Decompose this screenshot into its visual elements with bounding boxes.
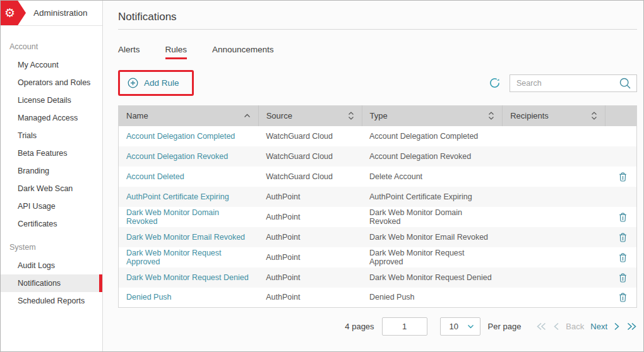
rule-name-link[interactable]: Dark Web Monitor Email Revoked: [126, 233, 245, 242]
cell-actions: [605, 167, 636, 187]
column-header-actions: [605, 106, 636, 126]
refresh-icon: [488, 76, 501, 90]
cell-recipients: [503, 167, 605, 187]
cell-type: AuthPoint Certificate Expiring: [362, 187, 503, 207]
column-header-source[interactable]: Source: [258, 106, 362, 126]
table-row: Dark Web Monitor Request Approved AuthPo…: [119, 247, 637, 267]
plus-circle-icon: [128, 78, 138, 88]
table-row: Account Deleted WatchGuard Cloud Delete …: [119, 167, 637, 187]
page-number-input[interactable]: [382, 317, 427, 336]
table-row: Dark Web Monitor Email Revoked AuthPoint…: [119, 227, 637, 247]
cell-type: Delete Account: [362, 167, 503, 187]
cell-actions: [605, 288, 636, 308]
rules-table: Name Source: [118, 105, 637, 308]
table-row: AuthPoint Certificate Expiring AuthPoint…: [119, 187, 637, 207]
sidebar-section-account: Account: [9, 42, 102, 51]
cell-source: AuthPoint: [258, 207, 362, 227]
cell-type: Dark Web Monitor Email Revoked: [362, 227, 503, 247]
sidebar-item-managed-access[interactable]: Managed Access: [1, 109, 102, 127]
tab-alerts[interactable]: Alerts: [118, 45, 140, 59]
trash-icon: [618, 232, 628, 242]
delete-rule-button[interactable]: [618, 292, 628, 302]
app-title: Administration: [33, 8, 88, 18]
sidebar-item-trials[interactable]: Trials: [1, 127, 102, 144]
sidebar-item-beta-features[interactable]: Beta Features: [1, 144, 102, 162]
search-box: [510, 74, 637, 92]
cell-recipients: [503, 267, 605, 288]
rule-name-link[interactable]: Dark Web Monitor Request Denied: [126, 273, 249, 282]
search-icon[interactable]: [619, 77, 631, 90]
last-page-icon[interactable]: [626, 322, 637, 331]
first-page-icon[interactable]: [536, 322, 547, 331]
per-page-select[interactable]: 10: [440, 317, 480, 336]
tab-bar: Alerts Rules Announcements: [118, 45, 637, 59]
cell-source: AuthPoint: [258, 288, 362, 308]
cell-type: Dark Web Monitor Request Approved: [362, 247, 503, 267]
refresh-button[interactable]: [488, 76, 501, 90]
cell-recipients: [503, 227, 605, 247]
add-rule-label: Add Rule: [144, 78, 179, 88]
annotation-highlight: Add Rule: [118, 70, 194, 96]
pager-nav: Back Next: [536, 322, 637, 331]
rule-name-link[interactable]: Dark Web Monitor Request Approved: [126, 249, 222, 266]
column-header-name[interactable]: Name: [119, 106, 259, 126]
rule-name-link[interactable]: AuthPoint Certificate Expiring: [126, 192, 229, 201]
rule-name-link[interactable]: Denied Push: [126, 293, 172, 302]
rule-name-link[interactable]: Account Delegation Completed: [126, 132, 235, 141]
table-row: Dark Web Monitor Domain Revoked AuthPoin…: [119, 207, 637, 227]
cell-source: AuthPoint: [258, 187, 362, 207]
table-header-row: Name Source: [119, 106, 637, 126]
sidebar-item-my-account[interactable]: My Account: [1, 56, 102, 74]
add-rule-button[interactable]: Add Rule: [128, 78, 179, 88]
back-button[interactable]: Back: [566, 322, 584, 331]
pages-count-label: 4 pages: [345, 322, 374, 331]
sidebar-item-dark-web-scan[interactable]: Dark Web Scan: [1, 180, 102, 197]
tab-rules[interactable]: Rules: [165, 45, 188, 59]
column-header-type[interactable]: Type: [362, 106, 503, 126]
per-page-value: 10: [450, 322, 458, 331]
cell-actions: [605, 126, 636, 146]
next-page-icon[interactable]: [614, 322, 620, 331]
rule-name-link[interactable]: Dark Web Monitor Domain Revoked: [126, 208, 219, 226]
cell-type: Denied Push: [362, 288, 503, 308]
delete-rule-button[interactable]: [618, 212, 628, 222]
prev-page-icon[interactable]: [553, 322, 559, 331]
sidebar-item-scheduled-reports[interactable]: Scheduled Reports: [1, 292, 102, 310]
cell-recipients: [503, 207, 605, 227]
cell-source: AuthPoint: [258, 247, 362, 267]
table-row: Denied Push AuthPoint Denied Push: [119, 288, 637, 308]
rule-name-link[interactable]: Account Deleted: [126, 172, 184, 181]
sidebar-item-audit-logs[interactable]: Audit Logs: [1, 257, 102, 274]
delete-rule-button[interactable]: [618, 273, 628, 283]
sidebar-item-branding[interactable]: Branding: [1, 162, 102, 180]
cell-source: WatchGuard Cloud: [258, 126, 362, 146]
sidebar-item-api-usage[interactable]: API Usage: [1, 197, 102, 215]
cell-recipients: [503, 247, 605, 267]
delete-rule-button[interactable]: [618, 172, 628, 182]
trash-icon: [618, 273, 628, 283]
trash-icon: [618, 212, 628, 222]
cell-recipients: [503, 288, 605, 308]
cell-source: AuthPoint: [258, 267, 362, 288]
column-header-recipients[interactable]: Recipients: [503, 106, 605, 126]
sidebar: ⚙ Administration Account My Account Oper…: [1, 1, 103, 351]
chevron-down-icon: [467, 324, 474, 329]
sidebar-item-license-details[interactable]: License Details: [1, 91, 102, 109]
sidebar-item-notifications[interactable]: Notifications: [1, 274, 102, 292]
toolbar: Add Rule: [118, 70, 637, 96]
cell-recipients: [503, 126, 605, 146]
search-input[interactable]: [516, 79, 619, 88]
rule-name-link[interactable]: Account Delegation Revoked: [126, 152, 228, 161]
delete-rule-button[interactable]: [618, 232, 628, 242]
next-button[interactable]: Next: [590, 322, 607, 331]
sidebar-header: ⚙ Administration: [1, 1, 102, 26]
sidebar-section-system: System: [9, 243, 102, 252]
cell-type: Account Delegation Revoked: [362, 146, 503, 167]
delete-rule-button[interactable]: [618, 252, 628, 262]
trash-icon: [618, 252, 628, 262]
sidebar-item-certificates[interactable]: Certificates: [1, 215, 102, 233]
table-row: Dark Web Monitor Request Denied AuthPoin…: [119, 267, 637, 288]
cell-recipients: [503, 146, 605, 167]
sidebar-item-operators-and-roles[interactable]: Operators and Roles: [1, 74, 102, 91]
tab-announcements[interactable]: Announcements: [212, 45, 274, 59]
